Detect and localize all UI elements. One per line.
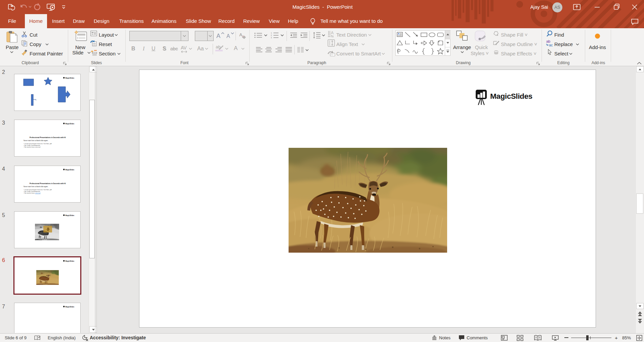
svg-text:• No need to learn new tool: • No need to learn new tool xyxy=(24,146,40,148)
svg-text:1: 1 xyxy=(271,32,272,34)
svg-text:MagicSlides: MagicSlides xyxy=(490,92,532,100)
svg-text:3: 3 xyxy=(271,37,272,39)
svg-text:• No need to learn new tool: • No need to learn new tool xyxy=(24,192,40,194)
svg-text:MagicSlides: MagicSlides xyxy=(66,306,75,308)
svg-text:A: A xyxy=(331,31,334,35)
svg-text:ac: ac xyxy=(549,43,553,47)
svg-text:MagicSlides: MagicSlides xyxy=(66,215,75,216)
svg-text:MagicSlides: MagicSlides xyxy=(66,169,75,171)
svg-text:A: A xyxy=(226,33,230,39)
svg-text:Never start from a blank slide: Never start from a blank slide again. xyxy=(24,140,48,141)
svg-text:A: A xyxy=(239,32,243,37)
svg-text:A: A xyxy=(398,32,400,35)
svg-text:A: A xyxy=(216,33,220,39)
svg-text:2: 2 xyxy=(271,34,272,36)
svg-text:MagicSlides: MagicSlides xyxy=(66,260,75,262)
svg-text:MagicSlides: MagicSlides xyxy=(66,77,75,79)
svg-text:Professional Presentations in: Professional Presentations in Seconds wi… xyxy=(30,137,66,138)
svg-text:MagicSlides: MagicSlides xyxy=(66,123,75,125)
svg-text:Professional Presentations in: Professional Presentations in Seconds wi… xyxy=(30,183,66,184)
svg-text:Never start from a blank slide: Never start from a blank slide again. xyxy=(24,186,48,187)
